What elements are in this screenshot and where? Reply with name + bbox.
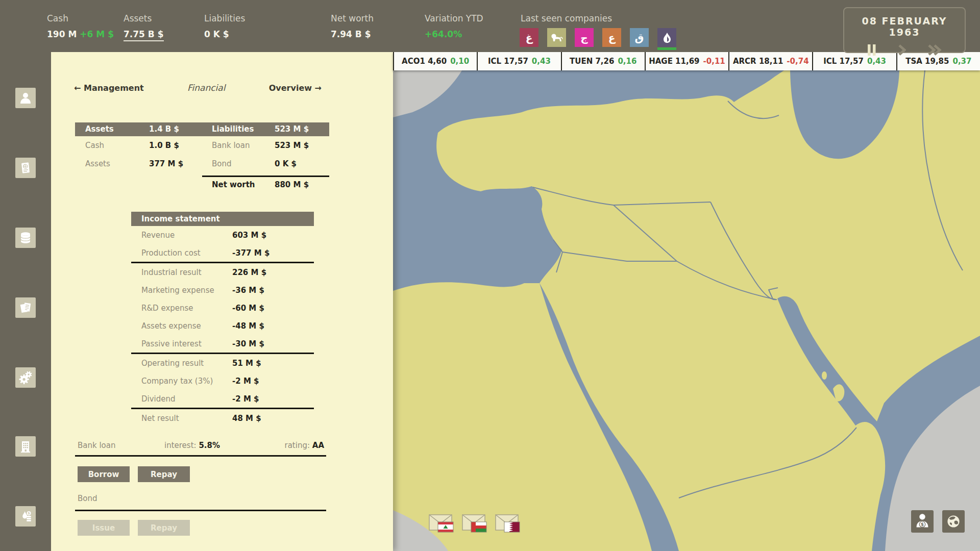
ticker-cell[interactable]: ICL 17,570,43	[478, 52, 561, 70]
stat-cash: Cash 190 M+6 M $	[47, 0, 114, 39]
repay-bond-button[interactable]: Repay	[138, 520, 190, 536]
arabic-letter-ain-icon: ع	[608, 32, 616, 44]
top-stat-bar: Cash 190 M+6 M $ Assets 7.75 B $ Liabili…	[0, 0, 980, 52]
person-dollar-icon: $	[913, 512, 932, 531]
sidebar-item-staff[interactable]	[15, 88, 36, 108]
svg-text:$: $	[921, 522, 924, 527]
interest-value: 5.8%	[199, 441, 220, 450]
time-controls	[844, 44, 965, 56]
variation-ytd-label: Variation YTD	[425, 13, 483, 23]
income-row: Net result48 M $	[131, 409, 314, 427]
island-small[interactable]	[832, 515, 844, 520]
fast-forward-button[interactable]	[927, 44, 942, 56]
balance-row: Assets 377 M $ Bond 0 K $	[75, 155, 329, 173]
balance-sheet: Assets 1.4 B $ Liabilities 523 M $ Cash …	[75, 122, 329, 194]
company-tile-ain[interactable]: ع	[602, 28, 621, 47]
play-button[interactable]	[898, 44, 906, 56]
ticker-cell[interactable]: ACO1 4,600,10	[394, 52, 478, 70]
company-tile-qaf[interactable]: ق	[630, 28, 649, 47]
flag-qatar	[504, 522, 520, 532]
arabic-letter-qaf-icon: ق	[635, 32, 644, 44]
current-date: 08 FEBRUARY 1963	[844, 15, 965, 38]
sidebar-item-company[interactable]	[15, 436, 36, 457]
lion-icon	[550, 32, 564, 43]
ticker-cell[interactable]: ARCR 18,11-0,74	[729, 52, 813, 70]
envelope-qatar[interactable]	[495, 513, 521, 533]
arabic-letter-ghain-icon: غ	[526, 32, 533, 44]
net-worth-label: Net worth	[331, 13, 374, 23]
balance-liabilities-total: 523 M $	[275, 124, 309, 134]
bank-loan-label: Bank loan	[78, 441, 116, 450]
company-tile-flame[interactable]	[657, 28, 676, 47]
sidebar-item-production[interactable]	[15, 367, 36, 388]
net-worth-value: 7.94 B $	[331, 29, 374, 39]
flame-drop-icon	[662, 32, 672, 43]
rating-value: AA	[312, 441, 324, 450]
company-tile-lion[interactable]	[547, 28, 566, 47]
envelope-oman[interactable]	[462, 513, 487, 533]
message-envelopes	[429, 513, 521, 533]
sidebar-item-oil-finance[interactable]: $	[15, 506, 36, 527]
documents-icon	[19, 301, 32, 314]
ticker-cell[interactable]: TUEN 7,260,16	[562, 52, 646, 70]
game-screen: Cash 190 M+6 M $ Assets 7.75 B $ Liabili…	[0, 0, 980, 551]
income-row: R&D expense-60 M $	[131, 299, 314, 317]
play-icon	[898, 44, 906, 56]
date-time-panel: 08 FEBRUARY 1963	[843, 7, 966, 53]
left-sidebar: $	[0, 52, 51, 551]
net-worth-row: Net worth 880 M $	[75, 173, 329, 194]
balance-row: Cash 1.0 B $ Bank loan 523 M $	[75, 136, 329, 155]
contract-icon	[19, 161, 32, 174]
net-worth-row-label: Net worth	[212, 180, 255, 189]
panel-nav: ← Management Financial Overview →	[74, 83, 322, 93]
cash-value: 190 M	[47, 29, 77, 39]
borrow-button[interactable]: Borrow	[78, 466, 130, 482]
island-bahrain[interactable]	[822, 371, 827, 380]
bond-label: Bond	[78, 494, 97, 503]
income-row: Company tax (3%)-2 M $	[131, 372, 314, 390]
income-row: Marketing expense-36 M $	[131, 281, 314, 299]
fast-forward-icon	[927, 44, 942, 56]
stat-variation-ytd: Variation YTD +64.0%	[425, 0, 483, 39]
company-tile-ghain[interactable]: غ	[520, 28, 538, 47]
income-row: Dividend-2 M $	[131, 390, 314, 408]
flag-lebanon	[438, 522, 453, 532]
ticker-cell[interactable]: HAGE 11,69-0,11	[646, 52, 729, 70]
flag-oman	[471, 522, 486, 532]
company-tile-jeem[interactable]: ج	[575, 28, 594, 47]
rating-label: rating:	[285, 441, 312, 450]
income-statement: Income statement Revenue603 M $ Producti…	[131, 212, 314, 427]
globe-button[interactable]	[942, 510, 965, 533]
pause-icon	[867, 44, 876, 56]
person-icon	[19, 91, 32, 105]
database-icon	[19, 231, 32, 244]
bond-divider	[75, 510, 326, 511]
sidebar-item-storage[interactable]	[15, 228, 36, 248]
oil-money-icon: $	[18, 510, 33, 523]
trader-button[interactable]: $	[911, 510, 934, 533]
envelope-lebanon[interactable]	[429, 513, 454, 533]
stat-net-worth: Net worth 7.94 B $	[331, 0, 374, 39]
svg-text:$: $	[28, 511, 30, 515]
interest-label: interest:	[164, 441, 199, 450]
cash-label: Cash	[47, 13, 114, 23]
stat-assets: Assets 7.75 B $	[124, 0, 164, 39]
nav-overview[interactable]: Overview →	[269, 83, 322, 93]
liabilities-value: 0 K $	[204, 29, 245, 39]
issue-bond-button[interactable]: Issue	[78, 520, 130, 536]
repay-loan-button[interactable]: Repay	[138, 466, 190, 482]
balance-liabilities-label: Liabilities	[212, 124, 254, 134]
nav-management[interactable]: ← Management	[74, 83, 144, 93]
income-row: Assets expense-48 M $	[131, 317, 314, 335]
balance-header: Assets 1.4 B $ Liabilities 523 M $	[75, 122, 329, 136]
sidebar-item-contracts[interactable]	[15, 158, 36, 178]
financial-panel: ← Management Financial Overview → Assets…	[51, 52, 393, 551]
pause-button[interactable]	[867, 44, 876, 56]
building-icon	[19, 440, 32, 453]
assets-label: Assets	[124, 13, 164, 23]
middle-east-map[interactable]: $	[393, 70, 980, 551]
income-row: Passive interest-30 M $	[131, 335, 314, 353]
income-statement-title: Income statement	[131, 212, 314, 226]
sidebar-item-reports[interactable]	[15, 297, 36, 318]
stat-liabilities: Liabilities 0 K $	[204, 0, 245, 39]
